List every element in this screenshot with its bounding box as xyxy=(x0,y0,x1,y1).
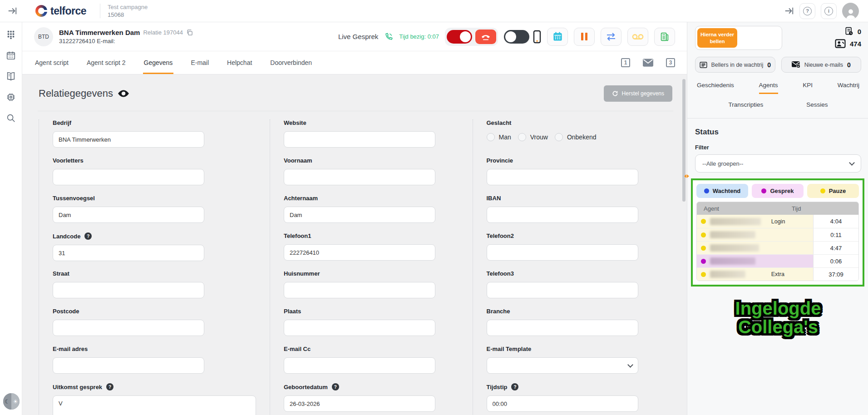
voicemail-button[interactable] xyxy=(627,28,648,46)
voornaam-input[interactable] xyxy=(284,169,435,185)
eye-icon[interactable] xyxy=(118,88,129,99)
record-toggle[interactable] xyxy=(447,30,472,44)
collapse-sidebar-icon[interactable] xyxy=(7,6,17,16)
info-button[interactable]: i xyxy=(821,3,837,19)
tab-email[interactable]: E-mail xyxy=(190,51,210,74)
help-button[interactable]: ? xyxy=(799,3,815,19)
toggle-knob xyxy=(460,31,471,42)
tab-sessies[interactable]: Sessies xyxy=(806,101,828,114)
tussenvoegsel-input[interactable] xyxy=(53,207,204,223)
col-tijd: Tijd xyxy=(792,205,801,212)
field-plaats: Plaats xyxy=(284,308,459,346)
device-toggle[interactable] xyxy=(504,30,529,44)
achternaam-input[interactable] xyxy=(284,207,435,223)
tab-kpi[interactable]: KPI xyxy=(803,82,813,94)
copy-icon[interactable] xyxy=(186,29,193,36)
tab-gegevens[interactable]: Gegevens xyxy=(143,51,174,74)
field-telefoon1: Telefoon1 xyxy=(284,232,459,270)
tab-agents[interactable]: Agents xyxy=(759,82,778,94)
bedrijf-input[interactable] xyxy=(53,131,204,148)
restore-data-button[interactable]: Herstel gegevens xyxy=(604,85,672,102)
radio-onbekend[interactable] xyxy=(555,133,563,141)
straat-input[interactable] xyxy=(53,282,204,298)
postcode-input[interactable] xyxy=(53,320,204,336)
help-icon[interactable]: ? xyxy=(332,383,339,390)
agents-table: Agent Tijd Login 4:04 0:11 xyxy=(696,202,859,281)
field-achternaam: Achternaam xyxy=(284,195,459,232)
radio-man[interactable] xyxy=(487,133,495,141)
fax-button[interactable] xyxy=(654,28,675,46)
agent-time: 0:11 xyxy=(813,228,858,241)
ingelogde-collegas-annotation: Ingelogde Collega's xyxy=(721,299,835,336)
book-icon[interactable] xyxy=(6,71,16,81)
plaats-input[interactable] xyxy=(284,320,435,336)
voicemail-icon xyxy=(632,33,644,40)
call-next-button[interactable]: Hierna verder bellen xyxy=(697,28,737,48)
email-cc-input[interactable] xyxy=(284,357,435,374)
transfer-button[interactable] xyxy=(601,28,621,46)
tijdstip-input[interactable] xyxy=(487,395,638,412)
website-input[interactable] xyxy=(284,131,435,148)
refresh-icon xyxy=(612,90,618,97)
telefoon3-input[interactable] xyxy=(487,282,638,298)
dialpad-icon[interactable] xyxy=(6,30,16,40)
panel-resize-handle[interactable] xyxy=(683,173,690,179)
field-label: Landcode? xyxy=(53,232,256,240)
field-huisnummer: Huisnummer xyxy=(284,270,459,308)
email-template-select[interactable] xyxy=(487,357,638,374)
pause-button[interactable] xyxy=(574,28,595,46)
help-icon[interactable]: ? xyxy=(511,383,518,390)
hangup-button[interactable] xyxy=(475,30,496,44)
radio-vrouw[interactable] xyxy=(518,133,526,141)
agent-row: 0:11 xyxy=(697,228,858,241)
field-label: Provincie xyxy=(487,157,662,164)
voorletters-input[interactable] xyxy=(53,169,204,185)
legend-wachtend[interactable]: Wachtend xyxy=(696,184,748,198)
theme-toggle[interactable]: ☾ ☀ xyxy=(3,393,20,410)
landcode-input[interactable] xyxy=(53,245,204,261)
group-filter-select[interactable]: --Alle groepen-- xyxy=(695,154,861,173)
queue-count: 0 xyxy=(767,61,771,69)
form-content: Relatiegegevens Herstel gegevens Bedrijf xyxy=(22,74,687,415)
emails-count: 0 xyxy=(847,61,851,69)
search-icon[interactable] xyxy=(6,113,16,123)
tab-agent-script-2[interactable]: Agent script 2 xyxy=(86,51,127,74)
field-label: Telefoon2 xyxy=(487,232,662,239)
legend-gesprek[interactable]: Gesprek xyxy=(752,184,804,198)
tab-transcripties[interactable]: Transcripties xyxy=(728,101,763,114)
branche-input[interactable] xyxy=(487,320,638,336)
user-avatar[interactable] xyxy=(842,3,859,20)
new-emails-button[interactable]: Nieuwe e-mails 0 xyxy=(781,57,862,73)
tab-agent-script[interactable]: Agent script xyxy=(34,51,69,74)
agent-row: 0:06 xyxy=(697,254,858,267)
calendar-nav-icon[interactable] xyxy=(6,50,16,60)
telefoon1-input[interactable] xyxy=(284,244,435,261)
email-adres-input[interactable] xyxy=(53,357,204,374)
chip-icon[interactable] xyxy=(6,92,16,102)
calendar-button[interactable] xyxy=(547,28,568,46)
provincie-input[interactable] xyxy=(487,169,638,185)
tab-helpchat[interactable]: Helpchat xyxy=(226,51,253,74)
script-page-3-icon[interactable]: 3 xyxy=(666,58,675,67)
script-page-1-icon[interactable]: 1 xyxy=(621,58,630,67)
envelope-icon[interactable] xyxy=(643,59,653,67)
field-website: Website xyxy=(284,119,459,157)
tab-doorverbinden[interactable]: Doorverbinden xyxy=(269,51,313,74)
field-label: Branche xyxy=(487,308,662,315)
agent-time: 0:06 xyxy=(813,255,858,267)
huisnummer-input[interactable] xyxy=(284,282,435,298)
uitkomst-gesprek-input[interactable]: V xyxy=(53,395,256,415)
content-scrollbar[interactable] xyxy=(682,79,686,202)
collapse-panel-icon[interactable] xyxy=(784,6,794,16)
agent-name-redacted xyxy=(710,271,745,278)
tab-wachtrij[interactable]: Wachtrij xyxy=(838,82,859,94)
iban-input[interactable] xyxy=(487,207,638,223)
legend-pauze[interactable]: Pauze xyxy=(807,184,859,198)
telefoon2-input[interactable] xyxy=(487,244,638,261)
tab-geschiedenis[interactable]: Geschiedenis xyxy=(697,82,734,94)
field-email-adres: E-mail adres xyxy=(53,346,256,383)
help-icon[interactable]: ? xyxy=(106,383,113,390)
help-icon[interactable]: ? xyxy=(84,232,92,240)
geboortedatum-input[interactable] xyxy=(284,395,435,412)
callers-in-queue-button[interactable]: Bellers in de wachtrij 0 xyxy=(695,57,775,73)
